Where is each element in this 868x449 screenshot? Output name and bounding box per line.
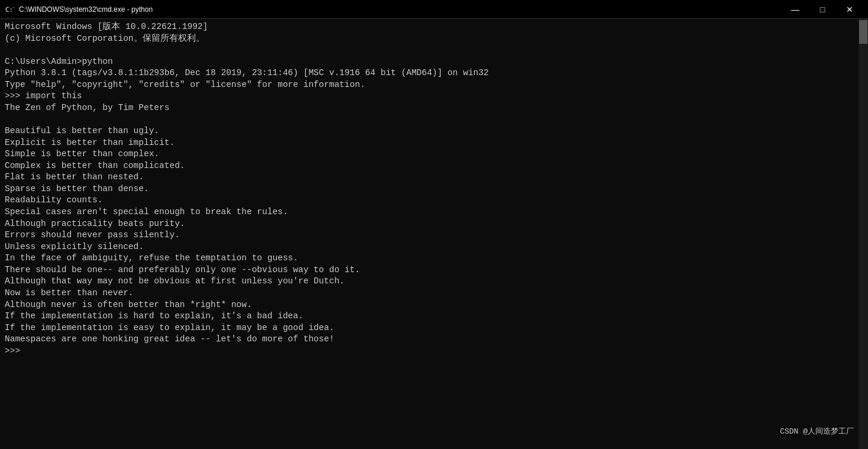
cmd-icon: C:\ bbox=[5, 5, 14, 14]
watermark: CSDN @人间造梦工厂 bbox=[780, 427, 854, 437]
window-title: C:\WINDOWS\system32\cmd.exe - python bbox=[19, 5, 153, 14]
title-bar-controls: — □ ✕ bbox=[782, 0, 863, 19]
cmd-window: C:\ C:\WINDOWS\system32\cmd.exe - python… bbox=[0, 0, 868, 449]
close-button[interactable]: ✕ bbox=[836, 0, 863, 19]
svg-text:C:\: C:\ bbox=[5, 6, 14, 14]
maximize-button[interactable]: □ bbox=[809, 0, 836, 19]
title-bar-left: C:\ C:\WINDOWS\system32\cmd.exe - python bbox=[5, 5, 153, 14]
title-bar: C:\ C:\WINDOWS\system32\cmd.exe - python… bbox=[0, 0, 868, 19]
minimize-button[interactable]: — bbox=[782, 0, 809, 19]
scrollbar-thumb[interactable] bbox=[859, 20, 867, 44]
scrollbar[interactable] bbox=[859, 19, 868, 449]
console-output: Microsoft Windows [版本 10.0.22621.1992] (… bbox=[5, 21, 863, 357]
console-body[interactable]: Microsoft Windows [版本 10.0.22621.1992] (… bbox=[0, 19, 868, 449]
